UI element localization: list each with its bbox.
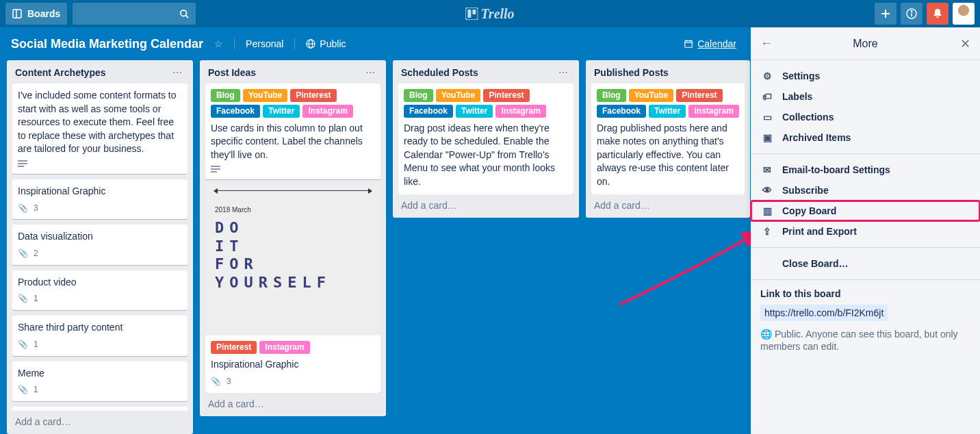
list-published-posts: Published Posts Blog YouTube Pinterest F…: [586, 60, 750, 218]
list-title[interactable]: Published Posts: [594, 67, 669, 78]
label-facebook: Facebook: [404, 105, 453, 118]
list-menu-button[interactable]: ⋯: [556, 67, 571, 78]
calendar-button[interactable]: Calendar: [684, 38, 736, 49]
bell-icon: [932, 8, 943, 19]
label-pinterest: Pinterest: [290, 89, 336, 102]
list-menu-button[interactable]: ⋯: [363, 67, 378, 78]
attachment-icon: 📎: [18, 339, 28, 350]
menu-collections[interactable]: ▭Collections: [751, 107, 980, 127]
label-instagram: Instagram: [302, 105, 352, 118]
panel-title: More: [853, 38, 877, 50]
info-icon: [906, 8, 917, 19]
label-twitter: Twitter: [456, 105, 493, 118]
menu-copy-board[interactable]: ▥Copy Board: [751, 201, 980, 221]
label-youtube: YouTube: [629, 89, 674, 102]
boards-label: Boards: [27, 8, 60, 19]
list-title[interactable]: Content Archetypes: [15, 67, 106, 78]
svg-line-3: [186, 16, 189, 18]
info-button[interactable]: [901, 3, 923, 25]
menu-settings[interactable]: ⚙Settings: [751, 66, 980, 86]
archive-icon: ▣: [760, 132, 774, 143]
list-title[interactable]: Scheduled Posts: [401, 67, 478, 78]
link-note: 🌐 Public. Anyone can see this board, but…: [760, 328, 970, 353]
search-input[interactable]: [73, 3, 196, 25]
label-youtube: YouTube: [436, 89, 481, 102]
tag-icon: 🏷: [760, 91, 774, 102]
svg-rect-6: [472, 10, 476, 14]
mail-icon: ✉: [760, 164, 774, 175]
collection-icon: ▭: [760, 112, 774, 123]
label-facebook: Facebook: [211, 105, 260, 118]
star-button[interactable]: ☆: [214, 38, 223, 49]
board-link[interactable]: https://trello.com/b/FI2Km6jt: [760, 305, 888, 321]
card[interactable]: Inspirational Graphic📎3: [12, 179, 188, 219]
menu-subscribe[interactable]: 👁Subscribe: [751, 180, 980, 201]
list-post-ideas: Post Ideas⋯ Blog YouTube Pinterest Faceb…: [200, 60, 386, 416]
menu-archived[interactable]: ▣Archived Items: [751, 127, 980, 148]
card[interactable]: Share third party content📎1: [12, 316, 188, 355]
boards-button[interactable]: Boards: [5, 3, 67, 25]
card[interactable]: Meme📎1: [12, 361, 188, 401]
add-card-button[interactable]: Add a card…: [205, 393, 381, 411]
card-intro[interactable]: I've included some content formats to st…: [12, 84, 188, 174]
gear-icon: ⚙: [760, 71, 774, 81]
attachment-icon: 📎: [18, 384, 28, 396]
svg-rect-15: [685, 41, 693, 48]
label-blog: Blog: [211, 89, 240, 102]
create-button[interactable]: [875, 3, 897, 25]
list-content-archetypes: Content Archetypes⋯ I've included some c…: [7, 60, 193, 434]
panel-back-button[interactable]: ←: [760, 36, 773, 51]
add-card-button[interactable]: Add a card…: [12, 411, 188, 429]
globe-icon: [306, 39, 315, 49]
calendar-icon: [684, 39, 693, 49]
svg-rect-0: [13, 10, 21, 18]
label-facebook: Facebook: [597, 105, 646, 118]
card[interactable]: Data visualization📎2: [12, 225, 188, 264]
topbar: Boards Trello: [0, 0, 980, 27]
label-pinterest: Pinterest: [483, 89, 529, 102]
svg-rect-4: [465, 8, 478, 20]
card-cover: 2018 March DO IT FOR YOURSELF: [205, 185, 381, 335]
label-blog: Blog: [597, 89, 626, 102]
board-icon: [12, 9, 22, 18]
attachment-icon: 📎: [18, 248, 28, 259]
list-scheduled-posts: Scheduled Posts⋯ Blog YouTube Pinterest …: [393, 60, 579, 218]
menu-close-board[interactable]: Close Board…: [751, 253, 980, 274]
add-card-button[interactable]: Add a card…: [398, 194, 573, 212]
card[interactable]: Product video📎1: [12, 270, 188, 310]
notifications-button[interactable]: [927, 3, 949, 25]
svg-point-2: [181, 10, 187, 16]
label-instagram: Instagram: [495, 105, 545, 118]
team-button[interactable]: Personal: [246, 38, 283, 49]
user-avatar[interactable]: [953, 3, 975, 25]
label-blog: Blog: [404, 89, 433, 102]
menu-email[interactable]: ✉Email-to-board Settings: [751, 159, 980, 180]
logo[interactable]: Trello: [465, 6, 514, 22]
label-youtube: YouTube: [243, 89, 288, 102]
description-icon: [211, 166, 375, 174]
search-icon: [179, 9, 189, 18]
card-intro[interactable]: Blog YouTube Pinterest Facebook Twitter …: [398, 84, 573, 194]
attachment-icon: 📎: [18, 293, 28, 305]
visibility-button[interactable]: Public: [306, 38, 346, 49]
panel-close-button[interactable]: ✕: [960, 36, 970, 51]
board-icon: ▥: [760, 205, 774, 216]
brand-text: Trello: [480, 6, 514, 22]
menu-labels[interactable]: 🏷Labels: [751, 86, 980, 107]
list-menu-button[interactable]: ⋯: [170, 67, 185, 78]
label-twitter: Twitter: [263, 105, 300, 118]
card-inspirational[interactable]: 2018 March DO IT FOR YOURSELF Pinterest …: [205, 185, 381, 392]
label-pinterest: Pinterest: [211, 341, 257, 354]
more-panel: ← More ✕ ⚙Settings 🏷Labels ▭Collections …: [751, 27, 980, 434]
svg-point-11: [911, 11, 912, 12]
add-card-button[interactable]: Add a card…: [591, 194, 745, 212]
link-label: Link to this board: [760, 288, 970, 299]
attachment-icon: 📎: [18, 203, 28, 214]
menu-print-export[interactable]: ⇪Print and Export: [751, 221, 980, 242]
list-title[interactable]: Post Ideas: [208, 67, 256, 78]
eye-icon: 👁: [760, 185, 774, 196]
card-intro[interactable]: Blog YouTube Pinterest Facebook Twitter …: [205, 84, 381, 179]
label-instagram: Instagram: [259, 341, 309, 354]
description-icon: [18, 160, 182, 168]
card-intro[interactable]: Blog YouTube Pinterest Facebook Twitter …: [591, 84, 745, 194]
